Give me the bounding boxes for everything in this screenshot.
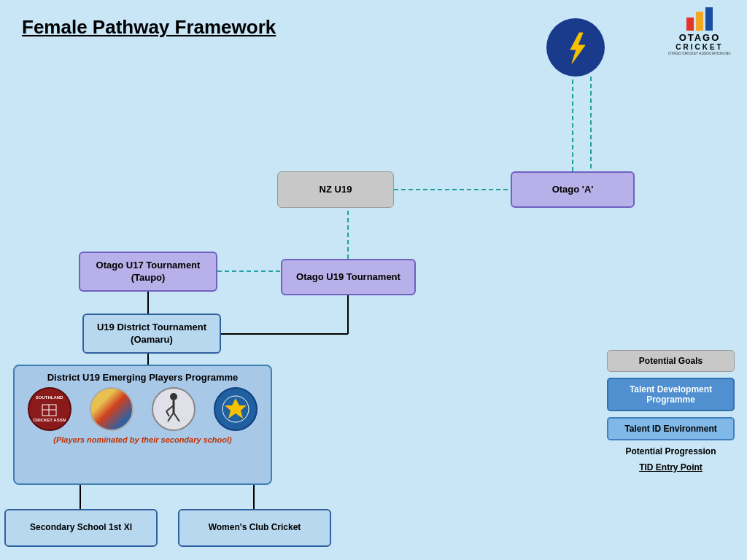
womens-club-box: Women's Club Cricket <box>178 509 331 547</box>
nz-u19-box: NZ U19 <box>277 171 394 208</box>
svg-marker-12 <box>570 33 585 63</box>
legend-potential-progression: Potential Progression <box>603 446 738 456</box>
southland-logo: SOUTHLAND CRICKET ASSN <box>28 387 71 431</box>
otago-cricket-logo: OTAGO CRICKET OTAGO CRICKET ASSOCIATION … <box>659 7 740 55</box>
cricket-text: CRICKET <box>676 43 723 51</box>
district-u19-box: District U19 Emerging Players Programme … <box>13 365 272 485</box>
otago-district-logo <box>214 387 258 431</box>
legend-tid-entry: TID Entry Point <box>603 462 738 472</box>
potential-progression-text: Potential Progression <box>625 446 716 456</box>
legend-potential-goals: Potential Goals <box>603 350 738 372</box>
district-logos: SOUTHLAND CRICKET ASSN <box>20 387 265 431</box>
svg-line-21 <box>174 413 179 421</box>
spark-logo <box>546 18 605 77</box>
otago-subtext: OTAGO CRICKET ASSOCIATION INC <box>668 51 731 55</box>
logo-bars <box>686 7 713 31</box>
central-logo <box>90 387 133 431</box>
svg-line-19 <box>166 411 169 416</box>
potential-goals-box: Potential Goals <box>607 350 735 372</box>
tid-entry-text: TID Entry Point <box>639 462 703 472</box>
legend-area: Potential Goals Talent Development Progr… <box>603 350 738 478</box>
legend-talent-id: Talent ID Environment <box>603 417 738 440</box>
otago-text: OTAGO <box>679 32 721 43</box>
talent-dev-box: Talent Development Programme <box>607 378 735 411</box>
logo-bar-blue <box>705 7 713 31</box>
nominated-text: (Players nominated by their secondary sc… <box>20 435 265 444</box>
cricket-player-logo <box>152 387 196 431</box>
secondary-school-box: Secondary School 1st XI <box>4 509 158 547</box>
logo-bar-orange <box>696 12 703 31</box>
talent-id-box: Talent ID Environment <box>607 417 735 440</box>
otago-u17-box: Otago U17 Tournament(Taupo) <box>79 252 217 292</box>
u19-district-box: U19 District Tournament(Oamaru) <box>82 314 221 354</box>
otago-a-box: Otago 'A' <box>511 171 635 208</box>
otago-u19-box: Otago U19 Tournament <box>281 259 416 295</box>
district-u19-title: District U19 Emerging Players Programme <box>20 372 265 383</box>
page-title: Female Pathway Framework <box>22 16 276 39</box>
svg-point-16 <box>170 393 177 400</box>
legend-talent-dev: Talent Development Programme <box>603 378 738 411</box>
logo-bar-red <box>686 18 694 31</box>
